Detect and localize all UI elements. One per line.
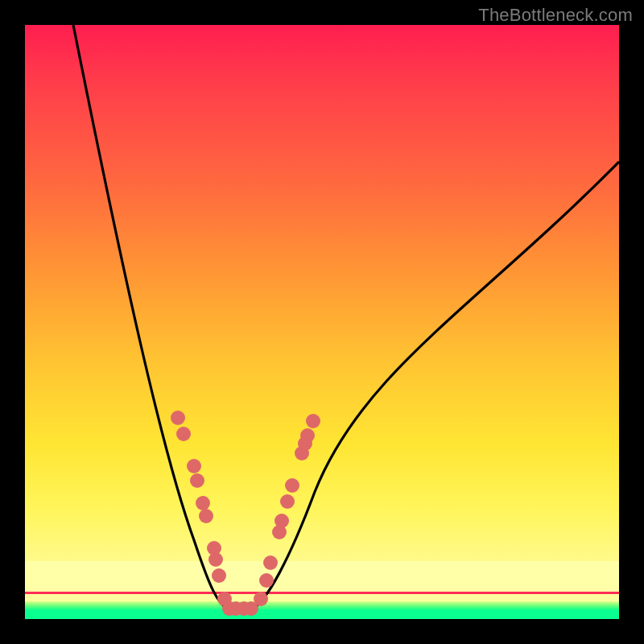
data-dot xyxy=(306,414,320,428)
bottleneck-curve xyxy=(73,25,619,609)
watermark-text: TheBottleneck.com xyxy=(478,5,633,26)
data-dot xyxy=(199,509,213,523)
data-dot xyxy=(212,568,226,583)
data-dot xyxy=(190,473,204,488)
data-dot xyxy=(187,459,201,473)
data-dot xyxy=(176,427,191,441)
data-dot xyxy=(244,601,258,616)
data-dot xyxy=(263,555,278,570)
dots-group xyxy=(171,411,320,616)
data-dot xyxy=(300,428,315,443)
curve-svg xyxy=(25,25,619,619)
outer-frame: TheBottleneck.com xyxy=(0,0,644,644)
data-dot xyxy=(275,514,289,528)
data-dot xyxy=(208,552,223,567)
data-dot xyxy=(280,494,295,509)
plot-area xyxy=(25,25,619,619)
data-dot xyxy=(171,411,185,425)
data-dot xyxy=(259,573,274,588)
data-dot xyxy=(196,496,210,510)
data-dot xyxy=(285,478,299,493)
